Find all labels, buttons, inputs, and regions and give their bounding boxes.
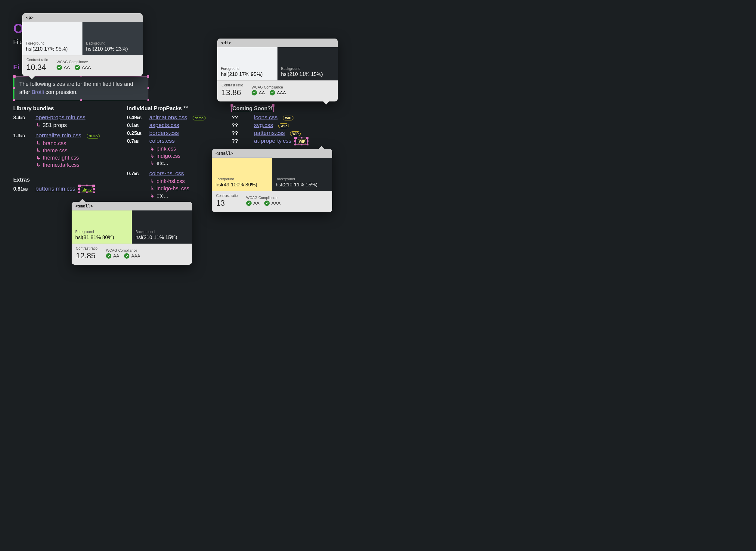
pack-link[interactable]: colors.css — [149, 138, 175, 144]
pack-row: 0.25kBborders.css — [127, 130, 217, 136]
tooltip-tag: <p> — [22, 13, 143, 22]
callout-text-after: compression. — [45, 89, 78, 95]
bg-value: hsl(210 10% 23%) — [86, 46, 139, 52]
pack-link[interactable]: patterns.css — [254, 130, 285, 136]
background-swatch: Background hsl(210 10% 23%) — [82, 22, 143, 55]
sub-item[interactable]: ↳theme.light.css — [36, 154, 113, 161]
sub-arrow-icon: ↳ — [150, 160, 155, 166]
background-swatch: Background hsl(210 11% 15%) — [272, 158, 332, 191]
pack-size: 0.81kB — [13, 186, 31, 192]
sub-item[interactable]: ↳pink-hsl.css — [150, 178, 217, 184]
pack-row: ??icons.cssWIP — [232, 114, 310, 121]
tooltip-tag: <dt> — [217, 39, 338, 47]
sub-item-label: 351 props — [43, 122, 67, 128]
pack-row: ??svg.cssWIP — [232, 122, 310, 128]
demo-badge: demo — [87, 134, 100, 138]
sub-arrow-icon: ↳ — [36, 122, 41, 128]
pack-link[interactable]: animations.css — [149, 114, 187, 121]
sub-item-label: etc... — [156, 160, 168, 166]
sub-item[interactable]: ↳indigo.css — [150, 153, 217, 159]
check-icon — [75, 65, 80, 70]
pack-row: 0.81kBbuttons.min.cssdemo — [13, 185, 113, 192]
pack-row: 1.3kBnormalize.min.cssdemo — [13, 132, 113, 139]
sub-item-label: theme.css — [43, 147, 67, 154]
sub-item-label: indigo.css — [156, 153, 181, 159]
contrast-tooltip-p: <p> Foreground hsl(210 17% 95%) Backgrou… — [22, 13, 143, 76]
foreground-swatch: Foreground hsl(81 81% 80%) — [72, 210, 132, 243]
sub-item[interactable]: ↳theme.dark.css — [36, 162, 113, 168]
sub-item: ↳etc... — [150, 160, 217, 166]
wcag-aaa-badge: AAA — [264, 200, 280, 206]
coming-heading: Coming Soon?! — [232, 105, 273, 112]
sub-item-label: indigo-hsl.css — [156, 185, 189, 192]
pack-size: 0.1kB — [127, 122, 145, 128]
sub-arrow-icon: ↳ — [150, 153, 155, 159]
pack-row: 0.49kBanimations.cssdemo — [127, 114, 217, 121]
brotli-link[interactable]: Brotli — [32, 89, 44, 95]
wcag-aa-badge: AA — [57, 65, 70, 70]
pack-size: ?? — [232, 115, 250, 121]
fg-label: Foreground — [26, 41, 79, 45]
sub-arrow-icon: ↳ — [150, 178, 155, 184]
pack-row: 3.4kBopen-props.min.css — [13, 114, 113, 121]
pack-link[interactable]: borders.css — [149, 130, 179, 136]
sub-arrow-icon: ↳ — [36, 140, 41, 147]
contrast-tooltip-dt: <dt> Foreground hsl(210 17% 95%) Backgro… — [217, 39, 338, 101]
wcag-label: WCAG Compliance — [57, 60, 91, 64]
extras-heading: Extras — [13, 177, 113, 183]
background-swatch: Background hsl(210 11% 15%) — [132, 210, 192, 243]
sub-item-label: theme.light.css — [43, 155, 79, 161]
pack-row: ??patterns.cssWIP — [232, 130, 310, 136]
pack-link[interactable]: svg.css — [254, 122, 273, 128]
check-icon — [270, 90, 275, 95]
contrast-ratio: 12.85 — [76, 251, 95, 260]
pack-size: 1.3kB — [13, 133, 31, 139]
section-heading: Fi — [13, 63, 19, 71]
contrast-tooltip-small-yellow: <small> Foreground hsl(49 100% 80%) Back… — [212, 149, 332, 212]
sub-arrow-icon: ↳ — [150, 145, 155, 152]
tooltip-tag: <small> — [212, 149, 332, 158]
sub-item: ↳351 props — [36, 122, 113, 128]
foreground-swatch: Foreground hsl(210 17% 95%) — [217, 47, 277, 80]
contrast-ratio: 10.34 — [26, 63, 46, 72]
packs-column: Individual PropPacks ™ 0.49kBanimations.… — [127, 105, 217, 203]
tooltip-tag: <small> — [72, 202, 192, 210]
sub-item[interactable]: ↳pink.css — [150, 145, 217, 152]
pack-size: ?? — [232, 138, 250, 144]
pack-link[interactable]: colors-hsl.css — [149, 170, 184, 177]
check-icon — [57, 65, 62, 70]
pack-link[interactable]: normalize.min.css — [36, 132, 81, 139]
sub-arrow-icon: ↳ — [150, 192, 155, 199]
pack-size: 0.7kB — [127, 138, 145, 144]
ratio-label: Contrast ratio — [26, 58, 48, 62]
sub-item[interactable]: ↳indigo-hsl.css — [150, 185, 217, 192]
pack-link[interactable]: buttons.min.css — [36, 185, 75, 192]
packs-heading: Individual PropPacks ™ — [127, 105, 217, 112]
check-icon — [106, 253, 111, 258]
library-column: Library bundles 3.4kBopen-props.min.css↳… — [13, 105, 113, 203]
pack-size: ?? — [232, 130, 250, 136]
fg-value: hsl(210 17% 95%) — [26, 46, 79, 52]
pack-link[interactable]: icons.css — [254, 114, 277, 121]
pack-link[interactable]: aspects.css — [149, 122, 179, 128]
library-heading: Library bundles — [13, 105, 113, 112]
sub-item[interactable]: ↳theme.css — [36, 147, 113, 154]
wcag-aa-badge: AA — [252, 90, 265, 95]
check-icon — [264, 200, 270, 206]
wcag-aa-badge: AA — [246, 200, 259, 206]
pack-link[interactable]: at-property.css — [254, 138, 291, 144]
sub-item: ↳etc... — [150, 192, 217, 199]
wip-badge: WIP — [290, 131, 301, 136]
sub-item-label: pink-hsl.css — [156, 178, 185, 184]
pack-size: 0.49kB — [127, 115, 145, 121]
sub-arrow-icon: ↳ — [36, 162, 41, 168]
wcag-aaa-badge: AAA — [124, 253, 140, 258]
sub-item-label: etc... — [156, 193, 168, 199]
demo-badge: demo — [193, 116, 206, 120]
check-icon — [246, 200, 252, 206]
pack-link[interactable]: open-props.min.css — [36, 114, 85, 121]
pack-row: 0.1kBaspects.css — [127, 122, 217, 128]
sub-item[interactable]: ↳brand.css — [36, 140, 113, 147]
pack-size: 3.4kB — [13, 115, 31, 121]
demo-badge: demo — [81, 187, 94, 192]
